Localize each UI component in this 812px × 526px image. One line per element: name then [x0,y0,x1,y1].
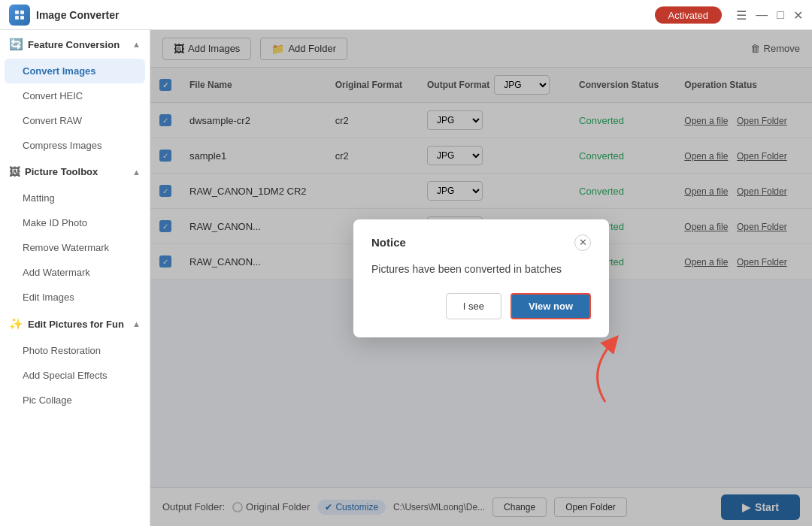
sidebar-item-pic-collage[interactable]: Pic Collage [0,388,150,413]
close-button[interactable]: ✕ [793,8,803,22]
modal-close-button[interactable]: ✕ [574,234,591,251]
feature-conversion-icon: 🔄 [9,38,23,51]
titlebar: Image Converter Activated ☰ — □ ✕ [0,0,812,30]
sidebar-item-photo-restoration[interactable]: Photo Restoration [0,338,150,363]
main-layout: 🔄 Feature Conversion ▲ Convert Images Co… [0,30,812,526]
picture-toolbox-label: Picture Toolbox [25,166,98,177]
svg-rect-0 [15,11,19,14]
window-controls: ☰ — □ ✕ [736,8,803,22]
view-now-button[interactable]: View now [511,293,591,319]
picture-toolbox-icon: 🖼 [9,165,20,178]
modal-message: Pictures have been converted in batches [371,263,591,275]
sidebar-section-edit-pictures-for-fun[interactable]: ✨ Edit Pictures for Fun ▲ [0,310,150,338]
i-see-button[interactable]: I see [446,293,501,319]
svg-rect-2 [15,16,19,20]
activated-badge: Activated [655,6,722,23]
sidebar-item-convert-heic[interactable]: Convert HEIC [0,83,150,108]
sidebar-item-compress-images[interactable]: Compress Images [0,133,150,158]
minimize-button[interactable]: — [756,8,768,22]
sidebar: 🔄 Feature Conversion ▲ Convert Images Co… [0,30,150,526]
edit-fun-icon: ✨ [9,317,23,331]
content-area: 🖼 Add Images 📁 Add Folder 🗑 Remove [150,30,812,526]
modal-overlay: Notice ✕ Pictures have been converted in… [150,30,812,526]
chevron-up-icon: ▲ [132,40,141,49]
sidebar-item-remove-watermark[interactable]: Remove Watermark [0,235,150,260]
hamburger-icon[interactable]: ☰ [736,8,747,22]
svg-rect-3 [20,16,24,20]
svg-rect-1 [20,11,24,14]
sidebar-item-make-id-photo[interactable]: Make ID Photo [0,210,150,235]
modal-footer: I see View now [371,293,591,319]
sidebar-item-edit-images[interactable]: Edit Images [0,285,150,310]
arrow-indicator [571,327,639,410]
chevron-up-icon3: ▲ [132,319,141,328]
sidebar-item-add-watermark[interactable]: Add Watermark [0,260,150,285]
edit-fun-label: Edit Pictures for Fun [28,319,124,330]
chevron-up-icon2: ▲ [132,168,141,177]
sidebar-item-matting[interactable]: Matting [0,186,150,210]
sidebar-item-convert-images[interactable]: Convert Images [5,59,145,83]
app-logo [9,5,30,26]
modal-header: Notice ✕ [371,234,591,251]
feature-conversion-label: Feature Conversion [28,39,120,50]
modal-title: Notice [371,236,406,249]
maximize-button[interactable]: □ [777,8,784,22]
sidebar-section-feature-conversion[interactable]: 🔄 Feature Conversion ▲ [0,30,150,59]
notice-modal: Notice ✕ Pictures have been converted in… [353,219,609,337]
app-title: Image Converter [36,9,119,21]
sidebar-item-add-special-effects[interactable]: Add Special Effects [0,363,150,388]
sidebar-item-convert-raw[interactable]: Convert RAW [0,108,150,133]
sidebar-section-picture-toolbox[interactable]: 🖼 Picture Toolbox ▲ [0,158,150,186]
